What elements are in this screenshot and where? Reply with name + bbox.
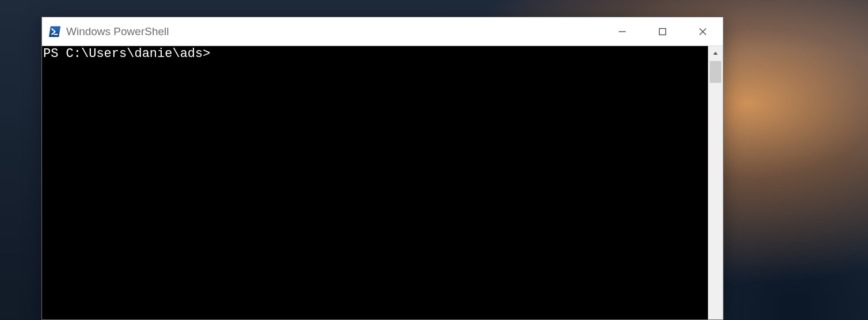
window-title: Windows PowerShell (66, 26, 169, 37)
minimize-button[interactable] (602, 17, 642, 45)
scroll-thumb[interactable] (710, 61, 721, 83)
scroll-up-button[interactable] (708, 46, 723, 61)
powershell-window: Windows PowerShell PS C:\Users\danie\a (41, 17, 724, 320)
scroll-track[interactable] (708, 61, 723, 319)
svg-rect-2 (660, 28, 666, 35)
svg-line-3 (700, 28, 706, 35)
prompt-text: PS C:\Users\danie\ads> (43, 47, 210, 61)
titlebar-left[interactable]: Windows PowerShell (42, 17, 602, 45)
svg-line-4 (700, 28, 706, 35)
maximize-button[interactable] (642, 17, 683, 45)
close-button[interactable] (683, 17, 723, 45)
client-area: PS C:\Users\danie\ads> (42, 45, 723, 319)
titlebar[interactable]: Windows PowerShell (42, 17, 723, 45)
powershell-icon (48, 25, 62, 39)
terminal-area[interactable]: PS C:\Users\danie\ads> (42, 46, 708, 319)
vertical-scrollbar[interactable] (708, 46, 723, 319)
window-controls (602, 17, 723, 45)
desktop-background: Windows PowerShell PS C:\Users\danie\a (0, 0, 868, 320)
